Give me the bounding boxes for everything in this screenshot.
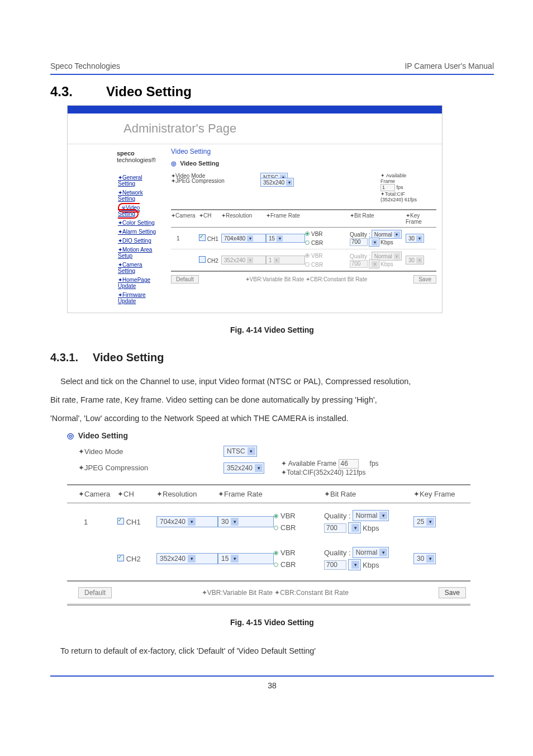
ch2-kbps-unit-large[interactable]: ▾ <box>348 559 361 570</box>
chevron-down-icon: ▾ <box>188 555 196 563</box>
ch1-resolution-select[interactable]: 704x480▾ <box>221 234 266 243</box>
chevron-down-icon: ▾ <box>247 257 253 263</box>
ch1-vbr-radio-large[interactable] <box>274 514 278 518</box>
ch2-checkbox-large[interactable] <box>117 555 124 561</box>
header-left: Speco Technologies <box>50 62 120 70</box>
video-mode-select-large[interactable]: NTSC▾ <box>223 446 257 457</box>
panel-title: Video Setting <box>171 148 436 155</box>
ch2-rate-type: VBR CBR <box>305 252 350 268</box>
ch2-checkbox[interactable] <box>199 256 206 263</box>
ch1-kbps-unit[interactable]: ▾ <box>369 238 379 247</box>
ch1-framerate-select-large[interactable]: 30▾ <box>218 516 274 527</box>
ch2-bitrate-cell: Quality : Normal▾ 700▾Kbps <box>350 252 406 268</box>
nav-video-setting[interactable]: ※Video Setting <box>118 205 161 217</box>
top-rule <box>50 74 494 75</box>
default-button[interactable]: Default <box>171 275 199 284</box>
chevron-down-icon: ▾ <box>426 518 434 526</box>
page-number: 38 <box>50 681 494 690</box>
default-button-large[interactable]: Default <box>78 587 112 598</box>
table-row: 1 CH1 704x480▾ 15▾ VBR CBR Quality : Nor… <box>171 228 436 249</box>
ch2-cbr-radio-large[interactable] <box>274 563 278 567</box>
nav-alarm-setting[interactable]: ✦Alarm Setting <box>118 229 161 235</box>
ch2-vbr-radio-large[interactable] <box>274 551 278 555</box>
table-header-large: ✦Camera ✦CH ✦Resolution ✦Frame Rate ✦Bit… <box>67 484 470 503</box>
section-number: 4.3. <box>50 84 84 100</box>
jpeg-select[interactable]: 352x240▾ <box>260 178 294 187</box>
chevron-down-icon: ▾ <box>372 261 378 267</box>
ch2-kbps-input: 700 <box>350 260 368 268</box>
video-setting-header: ◎ Video Setting <box>171 160 436 167</box>
ch1-quality-select-large[interactable]: Normal▾ <box>353 510 389 521</box>
nav-color-setting[interactable]: ✦Color Setting <box>118 220 161 226</box>
ch1-cbr-radio[interactable] <box>305 240 310 245</box>
nav-general-setting[interactable]: ✦General Setting <box>118 174 161 187</box>
admin-top-bar <box>68 106 442 114</box>
ch2-resolution-select-large[interactable]: 352x240▾ <box>156 553 218 564</box>
chevron-down-icon: ▾ <box>247 235 253 242</box>
nav-camera-setting[interactable]: ✦Camera Setting <box>118 262 161 274</box>
ch1-keyframe-select-large[interactable]: 25▾ <box>413 516 436 527</box>
ch2-keyframe-select: 30▾ <box>406 256 424 264</box>
ch1-kbps-unit-large[interactable]: ▾ <box>348 522 361 533</box>
chevron-down-icon: ▾ <box>394 253 400 259</box>
nav-motion-area-setup[interactable]: ✦Motion Area Setup <box>118 247 161 259</box>
ch2-bitrate-cell-large: Quality : Normal▾ 700▾Kbps <box>324 546 413 571</box>
bottom-paragraph: To return to default of ex-factory, clic… <box>50 644 494 659</box>
body-paragraph: Bit rate, Frame rate, Key frame. Video s… <box>50 393 494 408</box>
chevron-down-icon: ▾ <box>231 555 239 563</box>
ch1-checkbox[interactable] <box>199 234 206 241</box>
ch2-framerate-select-large[interactable]: 15▾ <box>218 553 274 564</box>
table-row: CH2 352x240▾ 15▾ VBR CBR Quality : Norma… <box>67 540 470 577</box>
video-settings-table-small: ✦Camera ✦CH ✦Resolution ✦Frame Rate ✦Bit… <box>171 209 436 272</box>
rate-legend-large: ✦VBR:Variable Bit Rate ✦CBR:Constant Bit… <box>202 589 349 597</box>
ch2-keyframe-select-large[interactable]: 30▾ <box>413 553 436 564</box>
chevron-down-icon: ▾ <box>394 231 400 238</box>
nav-homepage-update[interactable]: ✦HomePage Update <box>118 277 161 289</box>
ch2-rate-type-large: VBR CBR <box>274 549 324 569</box>
header-right: IP Camera User's Manual <box>404 62 494 70</box>
ch1-cbr-radio-large[interactable] <box>274 526 278 530</box>
camera-number: 1 <box>78 518 117 526</box>
ch1-bitrate-cell: Quality : Normal▾ 700▾Kbps <box>350 230 406 246</box>
nav-firmware-update[interactable]: ✦Firmware Update <box>118 292 161 304</box>
ch1-rate-type-large: VBR CBR <box>274 512 324 532</box>
nav-network-setting[interactable]: ✦Network Setting <box>118 190 161 202</box>
chevron-down-icon: ▾ <box>255 464 263 472</box>
ch1-resolution-select-large[interactable]: 704x240▾ <box>156 516 218 527</box>
ch1-framerate-select[interactable]: 15▾ <box>266 234 305 243</box>
bullet-icon: ◎ <box>67 431 74 440</box>
nav-dio-setting[interactable]: ✦DIO Setting <box>118 238 161 244</box>
jpeg-select-large[interactable]: 352x240▾ <box>223 462 264 474</box>
ch2-kbps-unit: ▾ <box>369 259 379 268</box>
ch1-vbr-radio[interactable] <box>305 231 310 236</box>
subsection-heading: 4.3.1. Video Setting <box>50 351 494 364</box>
ch2-resolution-select: 352x240▾ <box>221 256 266 264</box>
ch1-keyframe-select[interactable]: 30▾ <box>406 234 424 243</box>
figure-caption-2: Fig. 4-15 Video Setting <box>50 618 494 627</box>
save-button-large[interactable]: Save <box>439 587 466 598</box>
chevron-down-icon: ▾ <box>231 518 239 526</box>
avail-frame-value: 1 <box>380 184 395 191</box>
ch1-bitrate-cell-large: Quality : Normal▾ 700▾Kbps <box>324 509 413 535</box>
table-footer: Default ✦VBR:Variable Bit Rate ✦CBR:Cons… <box>171 275 436 284</box>
ch2-quality-select-large[interactable]: Normal▾ <box>353 547 389 558</box>
chevron-down-icon: ▾ <box>416 235 422 242</box>
brand-logo: speco technologies® <box>73 150 161 163</box>
avail-frame-value-large: 46 <box>339 459 359 469</box>
ch1-kbps-input-large[interactable]: 700 <box>324 523 346 533</box>
bullet-icon: ◎ <box>171 160 177 167</box>
ch2-kbps-input-large[interactable]: 700 <box>324 560 346 570</box>
section-heading: 4.3. Video Setting <box>50 84 494 100</box>
table-row: 1 CH1 704x240▾ 30▾ VBR CBR Quality : Nor… <box>67 503 470 540</box>
chevron-down-icon: ▾ <box>372 239 378 245</box>
video-mode-row: ✦Video Mode NTSC▾ ✦ Available Frame 1 fp… <box>171 173 436 202</box>
ch1-checkbox-large[interactable] <box>117 518 124 525</box>
body-paragraph: Select and tick on the Channel to use, i… <box>50 374 494 389</box>
ch2-cbr-radio <box>305 262 310 267</box>
save-button[interactable]: Save <box>413 275 436 284</box>
rate-legend: ✦VBR:Variable Bit Rate ✦CBR:Constant Bit… <box>245 276 368 282</box>
ch1-kbps-input[interactable]: 700 <box>350 238 368 246</box>
ch2-vbr-radio <box>305 253 310 258</box>
available-frame-block: ✦ Available Frame 46 fps ✦Total:CIF(352x… <box>281 459 379 476</box>
chevron-down-icon: ▾ <box>248 447 255 455</box>
